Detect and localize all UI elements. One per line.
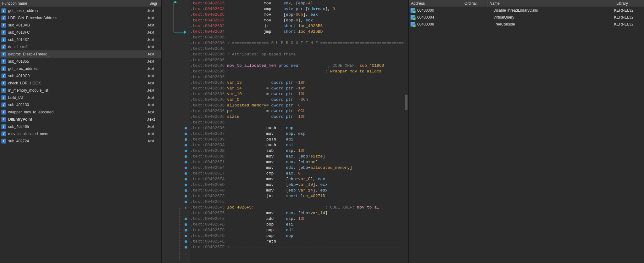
code-line[interactable]: .text:004026DB sub esp, 10h xyxy=(190,148,404,154)
code-line[interactable]: .text:004026D7 mov ebp, esp xyxy=(190,131,404,137)
code-line[interactable]: .text:004026CF mov [ebp-8], ecx xyxy=(190,18,404,23)
code-line[interactable]: .text:004026FC pop edi xyxy=(190,227,404,233)
function-row[interactable]: fsub_401855.text xyxy=(0,58,161,65)
disassembly-panel[interactable]: .text:004026C5 mov edx, [ebp-4].text:004… xyxy=(162,0,409,263)
breakpoint-dot[interactable] xyxy=(185,155,187,158)
code-line[interactable]: .text:004026DA push esi xyxy=(190,142,404,148)
code-line[interactable]: .text:004026ED mov [ebp+var_10], ecx xyxy=(190,182,404,188)
code-line[interactable]: .text:004026D9 push edi xyxy=(190,137,404,142)
function-row[interactable]: fsub_402465.text xyxy=(0,123,161,130)
breakpoint-dot[interactable] xyxy=(185,223,187,226)
function-row[interactable]: fsub_4013AB.text xyxy=(0,21,161,29)
breakpoint-dot[interactable] xyxy=(185,138,187,141)
function-icon: f xyxy=(1,59,6,64)
code-line[interactable]: .text:004026D6 ; wrapper_mov_to_alloca xyxy=(190,69,404,74)
code-line[interactable]: .text:004026D6 allocated_memory= dword p… xyxy=(190,103,404,108)
code-line[interactable]: .text:004026C8 cmp byte ptr [edx+eax], 0 xyxy=(190,6,404,12)
functions-header-segment[interactable]: Segr xyxy=(147,0,161,7)
code-line[interactable]: .text:004026FD pop ebp xyxy=(190,233,404,239)
breakpoint-dot[interactable] xyxy=(185,201,187,203)
code-line[interactable]: .text:004026F5 mov eax, [ebp+var_14] xyxy=(190,210,404,216)
code-line[interactable]: .text:004026F8 add esp, 10h xyxy=(190,216,404,222)
code-line[interactable]: .text:004026CC mov [ebp-0Ch], eax xyxy=(190,12,404,18)
code-line[interactable]: .text:004026FB pop esi xyxy=(190,222,404,227)
code-line[interactable]: .text:004026E1 mov ecx, [ebp+pe] xyxy=(190,159,404,165)
imports-header-library[interactable]: Library xyxy=(614,0,644,7)
code-line[interactable]: .text:004026FE retn xyxy=(190,239,404,244)
functions-list[interactable]: fget_base_address.textfLDR_Get_Procedure… xyxy=(0,7,161,263)
code-line[interactable]: .text:004026D6 xyxy=(190,120,404,125)
breakpoint-dot[interactable] xyxy=(185,144,187,146)
breakpoint-dot[interactable] xyxy=(185,178,187,180)
code-line[interactable]: .text:004026D6 var_14 = dword ptr -14h xyxy=(190,86,404,91)
import-row[interactable]: 00403004VirtualQueryKERNEL32 xyxy=(409,14,644,21)
function-row[interactable]: fIn_memory_module_list.text xyxy=(0,87,161,94)
import-row[interactable]: 00403000DisableThreadLibraryCallsKERNEL3… xyxy=(409,7,644,14)
code-line[interactable]: .text:004026C5 mov edx, [ebp-4] xyxy=(190,1,404,6)
code-line[interactable]: .text:004026D6 ; Attributes: bp-based fr… xyxy=(190,52,404,57)
function-row[interactable]: fDllEntryPoint.text xyxy=(0,116,161,123)
code-line[interactable]: .text:004026F0 mov [ebp+var_14], edx xyxy=(190,188,404,193)
breakpoint-dot[interactable] xyxy=(185,161,187,163)
function-row[interactable]: fsub_401437.text xyxy=(0,36,161,43)
function-row[interactable]: fsub_402130.text xyxy=(0,101,161,108)
code-line[interactable]: .text:004026D4 jmp short loc_4026BD xyxy=(190,29,404,35)
code-line[interactable]: .text:004026D6 xyxy=(190,46,404,52)
code-line[interactable]: .text:004026D6 var_10 = dword ptr -10h xyxy=(190,91,404,97)
function-row[interactable]: fwrapper_mov_to_allocated.text xyxy=(0,108,161,116)
code-line[interactable]: .text:004026FF ; -----------------------… xyxy=(190,244,404,250)
code-line[interactable]: .text:004026D6 var_C = dword ptr -0Ch xyxy=(190,97,404,103)
imports-list[interactable]: 00403000DisableThreadLibraryCallsKERNEL3… xyxy=(409,7,644,263)
code-line[interactable]: .text:004026E7 cmp eax, 0 xyxy=(190,171,404,176)
code-line[interactable]: .text:004026D6 xyxy=(190,35,404,40)
code-line[interactable]: .text:004026D6 xyxy=(190,57,404,63)
function-row[interactable]: fgetproc_DisableThread_.text xyxy=(0,50,161,58)
function-row[interactable]: fget_base_address.text xyxy=(0,7,161,14)
breakpoint-dot[interactable] xyxy=(185,195,187,197)
imports-header-ordinal[interactable]: Ordinal xyxy=(462,0,487,7)
breakpoint-dot[interactable] xyxy=(185,218,187,220)
code-line[interactable]: .text:004026E4 mov edx, [ebp+allocated_m… xyxy=(190,165,404,171)
code-line[interactable]: .text:004026EA mov [ebp+var_C], eax xyxy=(190,176,404,182)
imports-header-address[interactable]: Address xyxy=(409,0,462,7)
code-line[interactable]: .text:004026F5 xyxy=(190,199,404,205)
code-line[interactable]: .text:004026D6 pe = dword ptr 0Ch xyxy=(190,108,404,114)
code-line[interactable]: .text:004026F5 loc_4026F5: ; CODE XREF: … xyxy=(190,205,404,210)
disassembly-code[interactable]: .text:004026C5 mov edx, [ebp-4].text:004… xyxy=(190,0,404,263)
breakpoint-dot[interactable] xyxy=(185,167,187,169)
code-line[interactable]: .text:004026D6 ; =============== S U B R… xyxy=(190,40,404,46)
breakpoint-dot[interactable] xyxy=(185,235,187,237)
function-row[interactable]: fmov_to_allocated_mem.text xyxy=(0,130,161,137)
breakpoint-dot[interactable] xyxy=(185,184,187,186)
breakpoint-dot[interactable] xyxy=(185,189,187,192)
breakpoint-dot[interactable] xyxy=(185,127,187,129)
function-segment: .text xyxy=(147,139,161,143)
function-row[interactable]: fbuild_IAT.text xyxy=(0,94,161,101)
function-row[interactable]: fdo_all_stuff.text xyxy=(0,43,161,50)
function-row[interactable]: fcheck_LDR_HOOK.text xyxy=(0,79,161,87)
import-row[interactable]: 00403008FreeConsoleKERNEL32 xyxy=(409,21,644,28)
function-row[interactable]: fget_proc_address.text xyxy=(0,65,161,72)
code-line[interactable]: .text:004026D6 push ebp xyxy=(190,125,404,131)
function-row[interactable]: fsub_4019C0.text xyxy=(0,72,161,79)
code-line[interactable]: .text:004026D6 sizze = dword ptr 10h xyxy=(190,114,404,120)
function-row[interactable]: fLDR_Get_ProcedureAddress.text xyxy=(0,14,161,21)
function-name: do_all_stuff xyxy=(8,45,147,49)
code-line[interactable]: .text:004026DE mov eax, [ebp+sizze] xyxy=(190,154,404,159)
breakpoint-dot[interactable] xyxy=(185,229,187,232)
breakpoint-dot[interactable] xyxy=(185,150,187,152)
imports-header-name[interactable]: Name xyxy=(487,0,614,7)
breakpoint-dot[interactable] xyxy=(185,246,187,249)
functions-header-name[interactable]: Function name xyxy=(0,0,147,7)
breakpoint-dot[interactable] xyxy=(185,133,187,135)
breakpoint-dot[interactable] xyxy=(185,240,187,243)
code-line[interactable]: .text:004026D6 xyxy=(190,74,404,80)
code-line[interactable]: .text:004026D6 var_18 = dword ptr -18h xyxy=(190,80,404,86)
code-line[interactable]: .text:004026D2 jz short loc_4026B5 xyxy=(190,23,404,29)
scrollbar-thumb[interactable] xyxy=(405,94,408,110)
function-row[interactable]: fsub_4013FC.text xyxy=(0,29,161,36)
code-line[interactable]: .text:004026F3 jnz short loc_40271D xyxy=(190,193,404,199)
function-row[interactable]: fsub_402724.text xyxy=(0,137,161,145)
breakpoint-dot[interactable] xyxy=(185,172,187,175)
code-line[interactable]: .text:004026D6 mov_to_allocated_mem proc… xyxy=(190,63,404,69)
